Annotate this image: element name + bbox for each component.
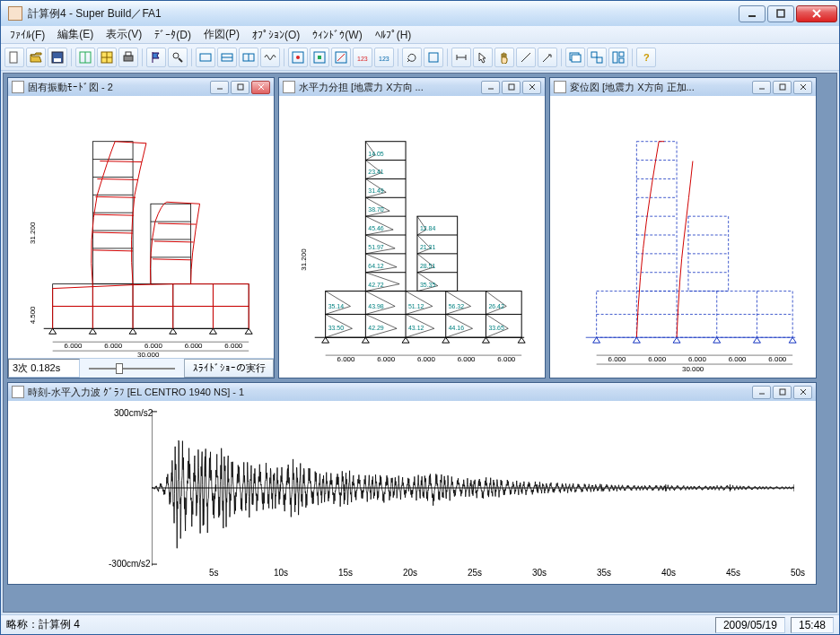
- maximize-button[interactable]: [767, 5, 794, 22]
- open-icon[interactable]: [26, 48, 46, 67]
- child-close-button[interactable]: [522, 81, 541, 94]
- wave-y-top: 300cm/s2: [114, 408, 153, 418]
- svg-rect-37: [591, 52, 597, 57]
- svg-text:21.31: 21.31: [420, 244, 436, 250]
- line-icon[interactable]: [516, 48, 536, 67]
- print-icon[interactable]: [118, 48, 138, 67]
- svg-rect-85: [509, 84, 514, 90]
- mode-shape-canvas: 6.000 6.000 6.000 6.000 6.000 30.000 4.5…: [8, 96, 274, 378]
- svg-rect-38: [597, 57, 602, 63]
- svg-text:56.32: 56.32: [449, 303, 465, 309]
- menu-window[interactable]: ｳｨﾝﾄﾞｳ(W): [307, 27, 367, 43]
- svg-text:14.05: 14.05: [368, 151, 384, 157]
- status-date: 2009/05/19: [715, 617, 785, 633]
- window-title: 計算例4 - Super Build／FA1: [28, 6, 739, 22]
- window1-icon[interactable]: [565, 48, 585, 67]
- mdi-client: 固有振動ﾓｰﾄﾞ図 - 2: [3, 73, 837, 613]
- child-maximize-button[interactable]: [231, 81, 249, 94]
- child-minimize-button[interactable]: [752, 81, 771, 94]
- separator-icon: [71, 48, 72, 66]
- child-horizontal-force: 水平力分担 [地震力 X方向 ...: [278, 77, 546, 378]
- svg-text:31.200: 31.200: [300, 248, 308, 271]
- child-close-button[interactable]: [793, 386, 812, 399]
- dim-h-icon[interactable]: [451, 48, 471, 67]
- menu-option[interactable]: ｵﾌﾟｼｮﾝ(O): [247, 27, 305, 43]
- window3-icon[interactable]: [608, 48, 628, 67]
- child-title-text: 変位図 [地震力 X方向 正加...: [570, 81, 752, 94]
- svg-rect-137: [780, 84, 785, 90]
- child-title-text: 水平力分担 [地震力 X方向 ...: [299, 81, 481, 94]
- help-icon[interactable]: ?: [636, 48, 656, 67]
- search-icon[interactable]: [168, 48, 188, 67]
- svg-text:28.51: 28.51: [420, 263, 436, 269]
- svg-text:33.50: 33.50: [328, 325, 345, 331]
- toolbar: 123 123 ?: [1, 44, 839, 71]
- child-maximize-button[interactable]: [773, 81, 792, 94]
- frame-view2-icon[interactable]: [217, 48, 237, 67]
- slider-thumb[interactable]: [116, 363, 123, 374]
- plot2-icon[interactable]: [310, 48, 329, 67]
- svg-text:12.84: 12.84: [420, 225, 436, 231]
- flag-icon[interactable]: [146, 48, 166, 67]
- svg-rect-39: [613, 52, 617, 63]
- new-icon[interactable]: [4, 48, 24, 67]
- svg-text:6.000: 6.000: [224, 342, 242, 350]
- child-titlebar[interactable]: 固有振動ﾓｰﾄﾞ図 - 2: [8, 78, 274, 96]
- mode-info: 3次 0.182s: [8, 359, 80, 378]
- rotate-icon[interactable]: [402, 48, 422, 67]
- plot1-icon[interactable]: [288, 48, 308, 67]
- child-minimize-button[interactable]: [481, 81, 500, 94]
- num1-icon[interactable]: 123: [353, 48, 372, 67]
- svg-text:42.29: 42.29: [368, 325, 384, 331]
- svg-rect-29: [429, 53, 438, 62]
- svg-line-67: [95, 196, 136, 197]
- window2-icon[interactable]: [587, 48, 607, 67]
- child-minimize-button[interactable]: [752, 386, 771, 399]
- svg-point-14: [173, 53, 179, 58]
- child-minimize-button[interactable]: [210, 81, 229, 94]
- close-button[interactable]: [796, 5, 837, 22]
- wave-svg: [152, 410, 794, 566]
- svg-text:6.000: 6.000: [337, 355, 355, 363]
- window-layout-icon[interactable]: [75, 48, 95, 67]
- frame-view3-icon[interactable]: [239, 48, 258, 67]
- grid-icon[interactable]: [97, 48, 117, 67]
- menu-view[interactable]: 表示(V): [101, 25, 147, 44]
- titlebar[interactable]: 計算例4 - Super Build／FA1: [1, 1, 839, 26]
- svg-text:123: 123: [379, 56, 389, 62]
- hand-icon[interactable]: [494, 48, 514, 67]
- child-close-button[interactable]: [251, 81, 270, 94]
- svg-line-69: [92, 232, 133, 233]
- minimize-button[interactable]: [739, 5, 766, 22]
- pointer-icon[interactable]: [473, 48, 493, 67]
- child-maximize-button[interactable]: [502, 81, 521, 94]
- main-window: 計算例4 - Super Build／FA1 ﾌｧｲﾙ(F) 編集(E) 表示(…: [0, 0, 840, 635]
- child-close-button[interactable]: [793, 81, 812, 94]
- menu-data[interactable]: ﾃﾞｰﾀ(D): [149, 27, 197, 43]
- menu-help[interactable]: ﾍﾙﾌﾟ(H): [370, 27, 417, 43]
- frame-blue-icon[interactable]: [424, 48, 443, 67]
- mode-slider[interactable]: [80, 360, 184, 378]
- child-maximize-button[interactable]: [773, 386, 792, 399]
- wave-icon[interactable]: [260, 48, 280, 67]
- menu-edit[interactable]: 編集(E): [52, 25, 99, 44]
- menu-file[interactable]: ﾌｧｲﾙ(F): [4, 27, 50, 43]
- plot3-icon[interactable]: [331, 48, 351, 67]
- arrow-icon[interactable]: [538, 48, 557, 67]
- child-titlebar[interactable]: 時刻‐水平入力波 ｸﾞﾗﾌ [EL CENTRO 1940 NS] - 1: [8, 383, 816, 401]
- svg-rect-36: [572, 55, 581, 62]
- svg-line-26: [337, 54, 345, 61]
- slideshow-button[interactable]: ｽﾗｲﾄﾞｼｮｰの実行: [184, 359, 274, 378]
- child-titlebar[interactable]: 水平力分担 [地震力 X方向 ...: [279, 78, 545, 96]
- svg-line-33: [521, 53, 530, 62]
- save-icon[interactable]: [48, 48, 67, 67]
- frame-view-icon[interactable]: [196, 48, 215, 67]
- displacement-canvas: 6.000 6.000 6.000 6.000 6.000 30.000: [550, 96, 816, 378]
- menu-plot[interactable]: 作図(P): [198, 25, 245, 44]
- child-title-text: 時刻‐水平入力波 ｸﾞﾗﾌ [EL CENTRO 1940 NS] - 1: [28, 386, 752, 399]
- num2-icon[interactable]: 123: [374, 48, 394, 67]
- svg-rect-41: [619, 58, 624, 63]
- wave-y-bot: -300cm/s2: [109, 559, 151, 569]
- separator-icon: [447, 48, 448, 66]
- child-titlebar[interactable]: 変位図 [地震力 X方向 正加...: [550, 78, 816, 96]
